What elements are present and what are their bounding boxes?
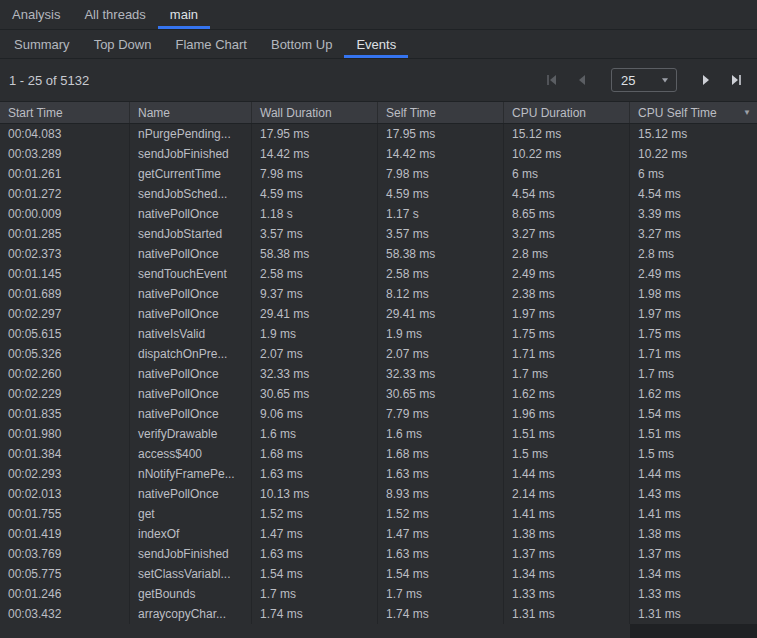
table-cell: nativePollOnce: [130, 304, 252, 324]
tab-flame-chart[interactable]: Flame Chart: [163, 30, 259, 58]
table-row[interactable]: 00:01.285sendJobStarted3.57 ms3.57 ms3.2…: [0, 224, 757, 244]
table-cell: 3.39 ms: [630, 204, 757, 224]
table-cell: nativePollOnce: [130, 484, 252, 504]
tab-analysis[interactable]: Analysis: [0, 0, 72, 29]
table-row[interactable]: 00:01.145sendTouchEvent2.58 ms2.58 ms2.4…: [0, 264, 757, 284]
table-cell: dispatchOnPre...: [130, 344, 252, 364]
table-cell: 1.5 ms: [504, 444, 630, 464]
table-cell: 15.12 ms: [504, 124, 630, 144]
table-cell: 1.63 ms: [378, 544, 504, 564]
table-cell: 1.52 ms: [252, 504, 378, 524]
table-row[interactable]: 00:02.013nativePollOnce10.13 ms8.93 ms2.…: [0, 484, 757, 504]
table-row[interactable]: 00:01.980verifyDrawable1.6 ms1.6 ms1.51 …: [0, 424, 757, 444]
table-cell: sendJobSched...: [130, 184, 252, 204]
table-row[interactable]: 00:00.009nativePollOnce1.18 s1.17 s8.65 …: [0, 204, 757, 224]
table-cell: 00:02.297: [0, 304, 130, 324]
table-cell: 2.58 ms: [252, 264, 378, 284]
tab-main[interactable]: main: [158, 0, 210, 29]
column-header-start-time[interactable]: Start Time: [0, 102, 130, 123]
tab-events[interactable]: Events: [344, 30, 408, 58]
table-cell: 4.54 ms: [630, 184, 757, 204]
table-row[interactable]: 00:01.246getBounds1.7 ms1.7 ms1.33 ms1.3…: [0, 584, 757, 604]
table-cell: 15.12 ms: [630, 124, 757, 144]
events-table: Start TimeNameWall DurationSelf TimeCPU …: [0, 101, 757, 624]
view-tabs: SummaryTop DownFlame ChartBottom UpEvent…: [0, 30, 757, 59]
table-row[interactable]: 00:02.373nativePollOnce58.38 ms58.38 ms2…: [0, 244, 757, 264]
table-cell: 58.38 ms: [252, 244, 378, 264]
table-cell: 1.63 ms: [378, 464, 504, 484]
table-row[interactable]: 00:05.326dispatchOnPre...2.07 ms2.07 ms1…: [0, 344, 757, 364]
table-cell: 00:05.615: [0, 324, 130, 344]
column-header-cpu-duration[interactable]: CPU Duration: [504, 102, 630, 123]
prev-page-icon: [574, 72, 590, 88]
first-page-button[interactable]: [541, 69, 563, 91]
table-cell: 1.96 ms: [504, 404, 630, 424]
tab-all-threads[interactable]: All threads: [72, 0, 157, 29]
table-cell: 1.44 ms: [504, 464, 630, 484]
table-cell: 14.42 ms: [252, 144, 378, 164]
prev-page-button[interactable]: [571, 69, 593, 91]
next-page-button[interactable]: [695, 69, 717, 91]
table-row[interactable]: 00:01.755get1.52 ms1.52 ms1.41 ms1.41 ms: [0, 504, 757, 524]
table-cell: getCurrentTime: [130, 164, 252, 184]
table-cell: nativePollOnce: [130, 204, 252, 224]
table-cell: 00:01.419: [0, 524, 130, 544]
table-row[interactable]: 00:05.775setClassVariabl...1.54 ms1.54 m…: [0, 564, 757, 584]
table-cell: 1.31 ms: [504, 604, 630, 624]
table-row[interactable]: 00:02.260nativePollOnce32.33 ms32.33 ms1…: [0, 364, 757, 384]
table-row[interactable]: 00:05.615nativeIsValid1.9 ms1.9 ms1.75 m…: [0, 324, 757, 344]
table-cell: 1.6 ms: [252, 424, 378, 444]
table-row[interactable]: 00:01.419indexOf1.47 ms1.47 ms1.38 ms1.3…: [0, 524, 757, 544]
table-cell: 2.8 ms: [630, 244, 757, 264]
table-row[interactable]: 00:03.289sendJobFinished14.42 ms14.42 ms…: [0, 144, 757, 164]
horizontal-scrollbar-track[interactable]: [0, 624, 757, 638]
table-row[interactable]: 00:02.297nativePollOnce29.41 ms29.41 ms1…: [0, 304, 757, 324]
table-cell: sendJobFinished: [130, 144, 252, 164]
table-cell: 1.75 ms: [630, 324, 757, 344]
table-cell: 00:01.246: [0, 584, 130, 604]
column-header-self-time[interactable]: Self Time: [378, 102, 504, 123]
sort-desc-icon: ▼: [743, 108, 751, 117]
table-row[interactable]: 00:02.229nativePollOnce30.65 ms30.65 ms1…: [0, 384, 757, 404]
pagination-range: 1 - 25 of 5132: [9, 73, 89, 88]
table-cell: indexOf: [130, 524, 252, 544]
table-row[interactable]: 00:01.835nativePollOnce9.06 ms7.79 ms1.9…: [0, 404, 757, 424]
tab-bottom-up[interactable]: Bottom Up: [259, 30, 344, 58]
column-header-wall-duration[interactable]: Wall Duration: [252, 102, 378, 123]
first-page-icon: [544, 72, 560, 88]
column-header-name[interactable]: Name: [130, 102, 252, 123]
table-cell: 1.33 ms: [504, 584, 630, 604]
tab-summary[interactable]: Summary: [2, 30, 82, 58]
table-row[interactable]: 00:03.769sendJobFinished1.63 ms1.63 ms1.…: [0, 544, 757, 564]
table-row[interactable]: 00:03.432arraycopyChar...1.74 ms1.74 ms1…: [0, 604, 757, 624]
table-row[interactable]: 00:02.293nNotifyFramePe...1.63 ms1.63 ms…: [0, 464, 757, 484]
pagination-controls: 25: [541, 68, 747, 92]
table-cell: 1.7 ms: [378, 584, 504, 604]
table-cell: 2.58 ms: [378, 264, 504, 284]
table-row[interactable]: 00:01.261getCurrentTime7.98 ms7.98 ms6 m…: [0, 164, 757, 184]
table-row[interactable]: 00:01.272sendJobSched...4.59 ms4.59 ms4.…: [0, 184, 757, 204]
table-cell: 1.43 ms: [630, 484, 757, 504]
table-cell: 1.71 ms: [630, 344, 757, 364]
table-cell: 1.62 ms: [504, 384, 630, 404]
table-cell: 00:01.755: [0, 504, 130, 524]
table-cell: 1.51 ms: [630, 424, 757, 444]
table-cell: 4.59 ms: [378, 184, 504, 204]
table-cell: 7.98 ms: [378, 164, 504, 184]
page-size-select[interactable]: 25: [611, 68, 677, 92]
table-cell: 1.68 ms: [252, 444, 378, 464]
column-header-cpu-self-time[interactable]: CPU Self Time▼: [630, 102, 757, 123]
table-cell: sendJobStarted: [130, 224, 252, 244]
table-row[interactable]: 00:01.689nativePollOnce9.37 ms8.12 ms2.3…: [0, 284, 757, 304]
last-page-button[interactable]: [725, 69, 747, 91]
table-row[interactable]: 00:04.083nPurgePending...17.95 ms17.95 m…: [0, 124, 757, 144]
scrollbar-corner: [630, 624, 757, 638]
tab-top-down[interactable]: Top Down: [82, 30, 164, 58]
table-cell: 2.49 ms: [630, 264, 757, 284]
table-cell: 00:01.145: [0, 264, 130, 284]
table-cell: 6 ms: [630, 164, 757, 184]
table-cell: 00:01.980: [0, 424, 130, 444]
table-cell: 1.41 ms: [630, 504, 757, 524]
table-cell: 00:03.769: [0, 544, 130, 564]
table-row[interactable]: 00:01.384access$4001.68 ms1.68 ms1.5 ms1…: [0, 444, 757, 464]
